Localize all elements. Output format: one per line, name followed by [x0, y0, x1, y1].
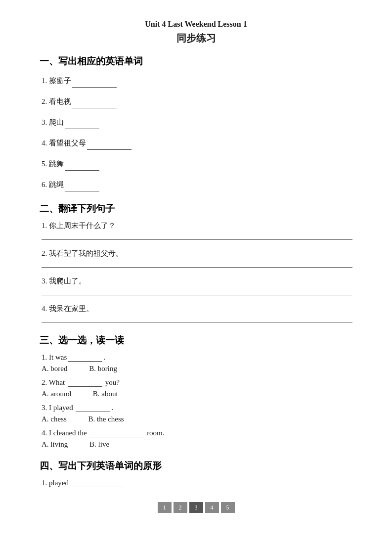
answer-blank[interactable] — [68, 353, 102, 362]
list-item: 2. 看电视 — [42, 94, 352, 108]
page-btn-4[interactable]: 4 — [205, 502, 219, 513]
answer-line[interactable] — [42, 323, 352, 323]
page-btn-1[interactable]: 1 — [158, 502, 172, 513]
option-a[interactable]: A. chess — [42, 415, 67, 423]
title-chinese: 同步练习 — [40, 32, 352, 45]
item-number: 6. 跳绳 — [42, 181, 64, 188]
list-item: 4. 我呆在家里。 — [42, 304, 352, 323]
item-number: 1. 擦窗子 — [42, 77, 71, 85]
answer-blank[interactable] — [72, 94, 117, 108]
option-b[interactable]: B. about — [93, 390, 118, 398]
list-item: 1. It was . — [42, 353, 352, 362]
section-2: 二、翻译下列句子 1. 你上周末干什么了？ 2. 我看望了我的祖父母。 3. 我… — [40, 202, 352, 323]
choice-options: A. living B. live — [42, 440, 352, 449]
option-a[interactable]: A. living — [42, 440, 68, 448]
translation-question: 2. 我看望了我的祖父母。 — [42, 249, 352, 258]
list-item: 5. 跳舞 — [42, 157, 352, 171]
list-item: 2. What you? — [42, 378, 352, 387]
item-number: 4. 看望祖父母 — [42, 139, 86, 147]
answer-blank[interactable] — [87, 136, 131, 150]
list-item: 1. 你上周末干什么了？ — [42, 221, 352, 240]
list-item: 3. 爬山 — [42, 115, 352, 129]
section-2-title: 二、翻译下列句子 — [40, 202, 352, 215]
section-4-title: 四、写出下列英语单词的原形 — [40, 460, 352, 472]
translation-question: 4. 我呆在家里。 — [42, 304, 352, 314]
answer-blank[interactable] — [65, 115, 99, 129]
title-english: Unit 4 Last Weekend Lesson 1 — [40, 20, 352, 29]
page-btn-5[interactable]: 5 — [221, 502, 235, 513]
section-3: 三、选一选，读一读 1. It was . A. bored B. boring… — [40, 334, 352, 449]
pagination-bar: 1 2 3 4 5 — [40, 502, 352, 513]
option-b[interactable]: B. boring — [89, 365, 117, 372]
answer-blank[interactable] — [76, 403, 110, 412]
page-btn-3[interactable]: 3 — [189, 502, 203, 513]
option-b[interactable]: B. the chess — [88, 415, 124, 423]
list-item: 4. 看望祖父母 — [42, 136, 352, 150]
answer-blank[interactable] — [65, 178, 99, 191]
section-1: 一、写出相应的英语单词 1. 擦窗子 2. 看电视 3. 爬山 4. 看望祖父母… — [40, 55, 352, 191]
section-1-content: 1. 擦窗子 2. 看电视 3. 爬山 4. 看望祖父母 5. 跳舞 6. 跳绳 — [40, 74, 352, 191]
answer-blank[interactable] — [72, 74, 117, 88]
option-a[interactable]: A. bored — [42, 365, 68, 372]
section-4-content: 1. played — [40, 478, 352, 487]
page-header: Unit 4 Last Weekend Lesson 1 同步练习 — [40, 20, 352, 45]
answer-line[interactable] — [42, 267, 352, 268]
list-item: 1. 擦窗子 — [42, 74, 352, 88]
section-3-content: 1. It was . A. bored B. boring 2. What y… — [40, 353, 352, 449]
answer-blank[interactable] — [70, 478, 124, 487]
section-1-title: 一、写出相应的英语单词 — [40, 55, 352, 68]
answer-blank[interactable] — [65, 157, 99, 171]
item-number: 5. 跳舞 — [42, 160, 64, 168]
choice-options: A. bored B. boring — [42, 365, 352, 373]
section-3-title: 三、选一选，读一读 — [40, 334, 352, 347]
item-number: 3. 爬山 — [42, 118, 64, 126]
option-b[interactable]: B. live — [89, 440, 109, 448]
answer-blank[interactable] — [89, 428, 144, 437]
item-number: 2. 看电视 — [42, 97, 71, 105]
list-item: 2. 我看望了我的祖父母。 — [42, 249, 352, 268]
section-4: 四、写出下列英语单词的原形 1. played — [40, 460, 352, 487]
list-item: 3. I played . — [42, 403, 352, 412]
list-item: 1. played — [42, 478, 352, 487]
list-item: 4. I cleaned the room. — [42, 428, 352, 437]
page-btn-2[interactable]: 2 — [174, 502, 187, 513]
option-a[interactable]: A. around — [42, 390, 71, 398]
answer-line[interactable] — [42, 295, 352, 295]
translation-question: 1. 你上周末干什么了？ — [42, 221, 352, 231]
choice-options: A. around B. about — [42, 390, 352, 398]
answer-blank[interactable] — [68, 378, 102, 387]
choice-options: A. chess B. the chess — [42, 415, 352, 423]
list-item: 6. 跳绳 — [42, 178, 352, 191]
translation-question: 3. 我爬山了。 — [42, 277, 352, 286]
section-2-content: 1. 你上周末干什么了？ 2. 我看望了我的祖父母。 3. 我爬山了。 4. 我… — [40, 221, 352, 323]
answer-line[interactable] — [42, 239, 352, 240]
list-item: 3. 我爬山了。 — [42, 277, 352, 295]
